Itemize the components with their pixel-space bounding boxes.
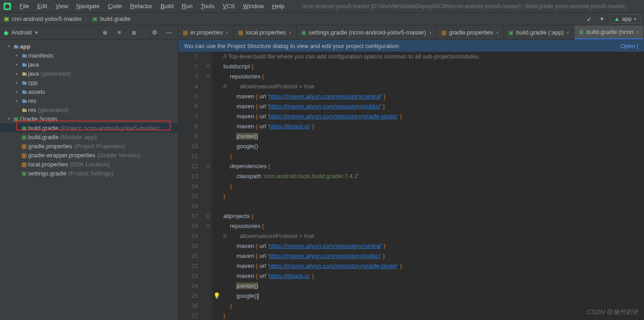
tab-label: settings.gradle (ncnn-android-yolov5-mas… <box>309 29 426 36</box>
tree-arrow-icon[interactable]: ▸ <box>14 53 20 58</box>
gradle-icon: ▣ <box>12 116 20 122</box>
tree-hint: (generated) <box>38 107 68 113</box>
project-tree[interactable]: ▾🖿app▸🖿manifests▸🖿java▸🖿java(generated)▸… <box>0 40 178 320</box>
editor-tab[interactable]: ▣settings.gradle (ncnn-android-yolov5-ma… <box>297 25 437 40</box>
tab-label: local.properties <box>246 29 286 36</box>
folder-icon: 🖿 <box>20 70 28 77</box>
collapse-all-icon[interactable]: ≣ <box>129 28 139 38</box>
tree-arrow-icon[interactable]: ▾ <box>5 116 12 121</box>
select-opened-file-icon[interactable]: ⊕ <box>100 28 110 38</box>
intention-gutter[interactable]: 💡 <box>212 52 222 320</box>
code-content[interactable]: // Top-level build file where you can ad… <box>222 52 644 320</box>
tree-arrow-icon[interactable]: ▸ <box>14 80 20 85</box>
project-view-selector[interactable]: Android <box>11 29 32 36</box>
editor-tab[interactable]: ▦local.properties× <box>234 25 297 40</box>
tree-item-assets[interactable]: ▸🖿assets <box>0 87 178 96</box>
fold-gutter[interactable]: ⊟⊟⊟⊟⊟ <box>204 52 212 320</box>
tree-item-settings-gradle[interactable]: ▣settings.gradle(Project Settings) <box>0 169 178 178</box>
tree-arrow-icon[interactable]: ▾ <box>5 44 12 48</box>
android-icon: ◆ <box>4 29 9 36</box>
gradle-icon: ▣ <box>508 29 513 36</box>
android-studio-logo-icon <box>4 3 11 10</box>
navigation-bar: ▣ cnn-android-yolov5-master 〉 ▣ build.gr… <box>0 13 644 25</box>
tree-item-java[interactable]: ▸🖿java <box>0 60 178 69</box>
editor-tab[interactable]: ▣build.gradle (ncnn× <box>574 25 644 40</box>
tree-item-local-properties[interactable]: ▦local.properties(SDK Location) <box>0 160 178 169</box>
tree-label: cpp <box>28 79 38 86</box>
gradle-icon: ▣ <box>579 29 584 35</box>
hide-icon[interactable]: — <box>164 28 174 38</box>
tree-item-gradle-wrapper-properties[interactable]: ▦gradle-wrapper.properties(Gradle Versio… <box>0 150 178 160</box>
tree-label: build.gradle <box>28 134 59 141</box>
expand-all-icon[interactable]: ≡ <box>114 28 124 38</box>
tree-arrow-icon[interactable]: ▸ <box>14 62 20 67</box>
tree-arrow-icon[interactable]: ▸ <box>14 98 20 103</box>
close-icon[interactable]: × <box>226 30 229 35</box>
properties-icon: ▦ <box>20 161 28 168</box>
close-icon[interactable]: × <box>636 29 639 34</box>
tree-item-manifests[interactable]: ▸🖿manifests <box>0 51 178 60</box>
chevron-down-icon[interactable]: ▼ <box>34 30 39 35</box>
tree-label: app <box>20 43 30 50</box>
menu-code[interactable]: Code <box>104 3 126 10</box>
tree-hint: (Project Properties) <box>74 143 125 150</box>
tree-arrow-icon[interactable]: ▸ <box>14 71 20 76</box>
menu-edit[interactable]: Edit <box>33 3 51 10</box>
tree-item-res[interactable]: ▸🖿res <box>0 96 178 105</box>
tree-item-build-gradle[interactable]: ▣build.gradle(Module :app) <box>0 132 178 141</box>
tree-item-cpp[interactable]: ▸🖿cpp <box>0 78 178 87</box>
notification-link[interactable]: Open ( <box>620 43 639 49</box>
close-icon[interactable]: × <box>496 30 499 35</box>
menu-bar: FileEditViewNavigateCodeRefactorBuildRun… <box>0 0 644 13</box>
menu-vcs[interactable]: VCS <box>219 3 239 10</box>
gear-icon[interactable]: ⚙ <box>150 28 160 38</box>
intention-bulb-icon[interactable]: 💡 <box>213 291 220 301</box>
module-icon: ▣ <box>4 15 9 22</box>
dropdown-icon[interactable]: ▾ <box>597 14 607 24</box>
toolbar-right: ↙ ▾ ▲ app ▾ <box>584 14 640 24</box>
menu-navigate[interactable]: Navigate <box>72 3 103 10</box>
editor-tab[interactable]: ▦er.properties× <box>178 25 234 40</box>
tab-label: build.gradle (ncnn <box>586 29 633 35</box>
folder-icon: 🖿 <box>20 52 28 59</box>
tree-item-java[interactable]: ▸🖿java(generated) <box>0 69 178 78</box>
project-tool-window: ◆ Android ▼ ⊕ ≡ ≣ | ⚙ — ▾🖿app▸🖿manifests… <box>0 25 178 320</box>
menu-tools[interactable]: Tools <box>197 3 219 10</box>
sync-icon[interactable]: ↙ <box>584 14 594 24</box>
close-icon[interactable]: × <box>566 30 569 35</box>
close-icon[interactable]: × <box>429 30 432 35</box>
breadcrumb-project[interactable]: cnn-android-yolov5-master <box>12 15 82 22</box>
folder-icon: 🖿 <box>20 61 28 68</box>
tree-item-app[interactable]: ▾🖿app <box>0 42 178 51</box>
run-config-selector[interactable]: ▲ app ▾ <box>610 14 640 24</box>
menu-help[interactable]: Help <box>268 3 288 10</box>
tree-label: java <box>28 70 39 77</box>
folder-icon: 🖿 <box>12 43 20 50</box>
menu-refactor[interactable]: Refactor <box>126 3 156 10</box>
code-editor[interactable]: 1234567891011121314151617181920212223242… <box>178 52 644 320</box>
menu-run[interactable]: Run <box>178 3 197 10</box>
menu-view[interactable]: View <box>51 3 72 10</box>
menu-build[interactable]: Build <box>156 3 178 10</box>
tree-label: java <box>28 61 39 68</box>
tree-item-gradle-properties[interactable]: ▦gradle.properties(Project Properties) <box>0 141 178 150</box>
project-tool-header: ◆ Android ▼ ⊕ ≡ ≣ | ⚙ — <box>0 25 178 40</box>
tree-hint: (SDK Location) <box>70 161 110 168</box>
tree-label: res <box>28 107 36 113</box>
tree-arrow-icon[interactable]: ▸ <box>14 89 20 94</box>
breadcrumb-file[interactable]: build.gradle <box>100 15 131 22</box>
menu-window[interactable]: Window <box>239 3 268 10</box>
breadcrumb: ▣ cnn-android-yolov5-master 〉 ▣ build.gr… <box>4 15 131 22</box>
editor-tab[interactable]: ▣build.gradle (:app)× <box>504 25 574 40</box>
tree-item-res[interactable]: 🖿res(generated) <box>0 105 178 114</box>
close-icon[interactable]: × <box>288 30 291 35</box>
editor-tab[interactable]: ▦gradle.properties× <box>437 25 504 40</box>
tree-label: gradle-wrapper.properties <box>28 152 95 159</box>
tree-item-Gradle Scripts[interactable]: ▾▣Gradle Scripts <box>0 114 178 123</box>
line-number-gutter[interactable]: 1234567891011121314151617181920212223242… <box>178 52 204 320</box>
folder-icon: 🖿 <box>20 107 28 113</box>
menu-file[interactable]: File <box>15 3 33 10</box>
tree-hint: (Module :app) <box>60 134 97 141</box>
tree-item-build-gradle[interactable]: ▣build.gradle(Project: ncnn-android-yolo… <box>0 123 178 132</box>
properties-icon: ▦ <box>441 29 446 36</box>
